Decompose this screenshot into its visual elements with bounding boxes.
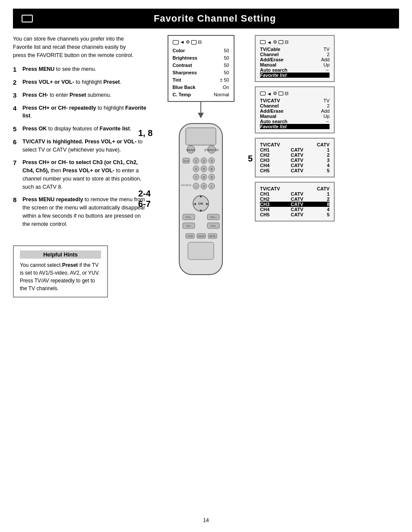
- ch-table-panel-1: TV/CATV CATV CH1 CATV 1 CH2 CATV 2 CH3 C…: [255, 138, 335, 177]
- svg-text:►: ►: [206, 202, 209, 206]
- ch1-r1-label: CH1: [260, 147, 291, 152]
- set-icon-p1: ⚙: [273, 39, 277, 45]
- osd-menu-1-row-4: Tint ± 50: [173, 76, 229, 84]
- osd-p2-label-tvcatv: TV/CATV: [260, 98, 313, 103]
- svg-text:2: 2: [203, 159, 205, 163]
- step-6: 6 TV/CATV is highlighted. Press VOL+ or …: [13, 138, 147, 154]
- osd-p1-row-adderase: Add/Erase Add: [260, 57, 330, 62]
- osd-menu-1-row-1: Brightness 50: [173, 54, 229, 62]
- svg-text:–: –: [195, 184, 197, 188]
- ch1-r3-type: CATV: [291, 158, 310, 163]
- step-number-5: 5: [13, 125, 22, 133]
- svg-text:STAND BY: STAND BY: [204, 149, 219, 152]
- osd-m1-label-1: Brightness: [173, 54, 197, 62]
- ch1-r5-num: 5: [310, 168, 330, 173]
- ch2-r1-label: CH1: [260, 191, 291, 196]
- step-number-2: 2: [13, 78, 22, 86]
- svg-rect-55: [188, 242, 214, 260]
- osd-m1-label-5: Blue Back: [173, 84, 196, 91]
- ch1-hdr-catv: [291, 142, 310, 147]
- svg-text:OK: OK: [198, 202, 203, 206]
- osd-p1-label-autosearch: Auto search: [260, 67, 313, 73]
- svg-text:CH–: CH–: [186, 225, 192, 227]
- ch2-r1-type: CATV: [291, 191, 310, 196]
- osd-m1-val-6: Normal: [214, 91, 229, 98]
- osd-menu-1-row-2: Contrast 50: [173, 62, 229, 69]
- ch2-header-row: TV/CATV CATV: [260, 186, 330, 191]
- svg-text:VOL–: VOL–: [185, 216, 192, 218]
- osd-m1-val-3: 50: [224, 69, 229, 76]
- sp-icon-p1: ◄: [267, 40, 272, 45]
- svg-text:0: 0: [203, 184, 205, 188]
- osd-p1-row-favlist: Favorite list: [260, 73, 330, 78]
- ch-table-panel-2: TV/CATV CATV CH1 CATV 1 CH2 CATV 2 CH3 C…: [255, 182, 335, 222]
- osd-p2-row-adderase: Add/Erase Add: [260, 108, 330, 114]
- osd-p2-val-manual: Up: [313, 114, 330, 119]
- step-number-3: 3: [13, 91, 22, 99]
- ch-table-1: TV/CATV CATV CH1 CATV 1 CH2 CATV 2 CH3 C…: [260, 142, 330, 173]
- lk-icon-p2: [279, 92, 283, 95]
- ch2-hdr-num: CATV: [310, 186, 330, 191]
- svg-text:5: 5: [203, 167, 205, 171]
- ch2-r2-label: CH2: [260, 196, 291, 202]
- osd-p1-row-autosearch: Auto search →: [260, 67, 330, 73]
- step-1: 1 Press MENU to see the menu.: [13, 65, 147, 73]
- step-text-2: Press VOL+ or VOL- to highlight Preset.: [22, 78, 121, 86]
- step-label-1-8: 1, 8: [138, 128, 152, 138]
- ch1-r5-type: CATV: [291, 168, 310, 173]
- step-text-7: Press CH+ or CH- to select Ch3 (or Ch1, …: [22, 158, 147, 191]
- osd-p2-val-autosearch: →: [313, 119, 330, 124]
- osd-p1-val-favlist: Favorite list: [260, 73, 330, 78]
- step-text-1: Press MENU to see the menu.: [22, 65, 96, 73]
- svg-text:TV/AV: TV/AV: [187, 235, 193, 238]
- ch1-row-2: CH2 CATV 2: [260, 152, 330, 158]
- osd-p1-val-autosearch: →: [313, 67, 330, 73]
- step-text-3: Press CH- to enter Preset submenu.: [22, 91, 111, 99]
- osd-m1-val-5: On: [223, 84, 229, 91]
- step-text-5: Press OK to display features of Favorite…: [22, 125, 131, 133]
- ch1-r2-label: CH2: [260, 152, 291, 158]
- step-4: 4 Press CH+ or CH- repeatedly to highlig…: [13, 104, 147, 120]
- ch1-row-5: CH5 CATV 5: [260, 168, 330, 173]
- osd-menu-1-row-6: C. Temp Normal: [173, 91, 229, 98]
- ch1-r3-label: CH3: [260, 158, 291, 163]
- ch1-r1-num: 1: [310, 147, 330, 152]
- ch2-r5-type: CATV: [291, 212, 310, 217]
- ch2-row-5: CH5 CATV 5: [260, 212, 330, 217]
- svg-text:▼: ▼: [199, 209, 203, 213]
- osd-p1-label-channel: Channel: [260, 52, 313, 57]
- step-8: 8 Press MENU repeatedly to remove the me…: [13, 196, 147, 228]
- osd-p2-icons: ◄ ⚙ ⊟: [260, 91, 330, 96]
- intro-text: You can store five channels you prefer i…: [13, 35, 138, 59]
- ch1-r4-label: CH4: [260, 163, 291, 168]
- osd-m1-label-2: Contrast: [173, 62, 192, 69]
- osd-m1-val-0: 50: [224, 47, 229, 54]
- svg-rect-3: [186, 128, 216, 145]
- osd-m1-val-1: 50: [224, 54, 229, 62]
- osd-preset-2-table: TV/CATV TV Channel 2 Add/Erase Add Manua…: [260, 98, 330, 129]
- osd-p2-row-manual: Manual Up: [260, 114, 330, 119]
- svg-text:7: 7: [195, 175, 197, 179]
- svg-text:6: 6: [211, 167, 213, 171]
- osd-p1-row-channel: Channel 2: [260, 52, 330, 57]
- step-label-5: 5: [248, 154, 253, 164]
- osd-p1-val-adderase: Add: [313, 57, 330, 62]
- svg-text:SLEEP: SLEEP: [198, 235, 205, 238]
- ch2-row-4: CH4 CATV 4: [260, 207, 330, 212]
- osd-p1-label-tvcable: TV/Cable: [260, 47, 313, 52]
- osd-p1-icons: ◄ ⚙ ⊟: [260, 39, 330, 45]
- svg-text:ACR: ACR: [184, 160, 189, 162]
- ch1-r1-type: CATV: [291, 147, 310, 152]
- ch2-r2-type: CATV: [291, 196, 310, 202]
- ch2-r5-label: CH5: [260, 212, 291, 217]
- osd-preset-1-table: TV/Cable TV Channel 2 Add/Erase Add Manu…: [260, 47, 330, 78]
- speaker-icon: ◄: [180, 38, 185, 46]
- svg-text:VOL+: VOL+: [210, 216, 217, 218]
- osd-p2-label-autosearch: Auto search: [260, 119, 313, 124]
- step-7: 7 Press CH+ or CH- to select Ch3 (or Ch1…: [13, 158, 147, 191]
- osd-p2-val-adderase: Add: [313, 108, 330, 114]
- ch2-row-2: CH2 CATV 2: [260, 196, 330, 202]
- header-tv-icon: [22, 15, 33, 22]
- svg-text:▲: ▲: [199, 194, 203, 198]
- step-3: 3 Press CH- to enter Preset submenu.: [13, 91, 147, 99]
